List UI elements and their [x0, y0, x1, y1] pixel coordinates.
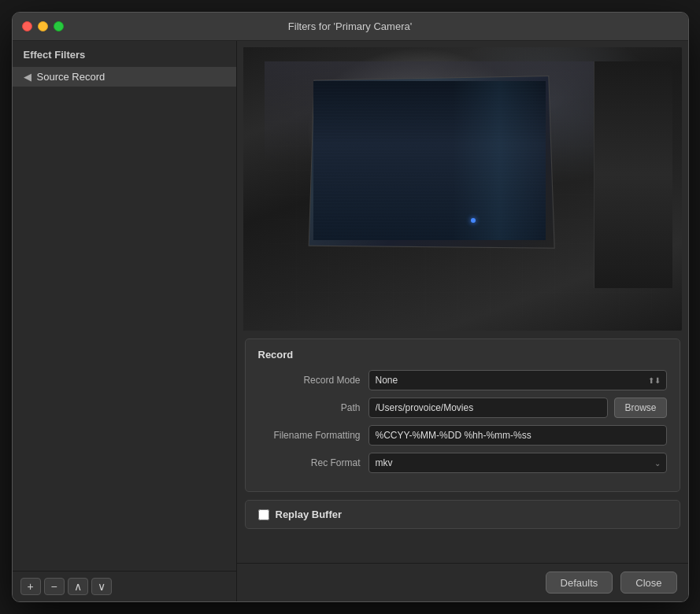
replay-buffer-checkbox[interactable] [258, 509, 269, 520]
eye-icon: ◀ [24, 71, 31, 83]
settings-panel: Record Record Mode None Standard Custom … [237, 331, 688, 563]
rec-format-row: Rec Format mkv mp4 mov flv ts m3u8 ⌄ [258, 453, 667, 473]
replay-buffer-label: Replay Buffer [276, 509, 343, 520]
title-bar: Filters for 'Primary Camera' [13, 13, 688, 41]
sidebar-item-label: Source Record [37, 71, 106, 83]
maximize-traffic-light[interactable] [54, 21, 64, 31]
chevron-up-icon: ∧ [74, 580, 82, 593]
main-area: Record Record Mode None Standard Custom … [237, 41, 688, 601]
path-row: Path Browse [258, 398, 667, 418]
preview-canvas [243, 47, 682, 331]
minimize-traffic-light[interactable] [38, 21, 48, 31]
sidebar: Effect Filters ◀ Source Record + − ∧ ∨ [13, 41, 237, 601]
move-up-button[interactable]: ∧ [68, 578, 88, 595]
sidebar-item-source-record[interactable]: ◀ Source Record [13, 67, 236, 87]
filename-formatting-label: Filename Formatting [258, 430, 361, 441]
record-mode-select-wrapper: None Standard Custom FFmpeg Output ⬆⬇ [369, 370, 667, 390]
window-footer: Defaults Close [237, 563, 688, 601]
move-down-button[interactable]: ∨ [91, 578, 112, 595]
preview-area [243, 47, 682, 331]
sidebar-header: Effect Filters [13, 41, 236, 67]
record-mode-select[interactable]: None Standard Custom FFmpeg Output [369, 370, 667, 390]
add-filter-button[interactable]: + [20, 578, 41, 595]
record-mode-label: Record Mode [258, 375, 361, 386]
main-window: Filters for 'Primary Camera' Effect Filt… [12, 12, 689, 602]
add-icon: + [27, 580, 33, 593]
browse-button[interactable]: Browse [614, 398, 666, 418]
monitor-screen [313, 81, 546, 240]
replay-buffer-group: Replay Buffer [245, 500, 680, 529]
right-panel [594, 61, 672, 288]
filename-formatting-row: Filename Formatting [258, 425, 667, 446]
rec-format-select[interactable]: mkv mp4 mov flv ts m3u8 [369, 453, 667, 473]
rec-format-label: Rec Format [258, 457, 361, 468]
window-title: Filters for 'Primary Camera' [288, 20, 412, 32]
window-body: Effect Filters ◀ Source Record + − ∧ ∨ [13, 41, 688, 601]
path-label: Path [258, 402, 361, 413]
defaults-button[interactable]: Defaults [546, 571, 613, 594]
preview-image [243, 47, 682, 331]
record-group-title: Record [258, 349, 667, 361]
chevron-down-icon: ∨ [98, 580, 106, 593]
close-traffic-light[interactable] [22, 21, 32, 31]
record-group: Record Record Mode None Standard Custom … [245, 338, 680, 492]
record-mode-row: Record Mode None Standard Custom FFmpeg … [258, 370, 667, 390]
rec-format-select-wrapper: mkv mp4 mov flv ts m3u8 ⌄ [369, 453, 667, 473]
sidebar-footer: + − ∧ ∨ [13, 571, 236, 601]
minus-icon: − [50, 580, 57, 593]
traffic-lights [22, 21, 64, 31]
remove-filter-button[interactable]: − [44, 578, 65, 595]
path-input[interactable] [369, 398, 609, 418]
path-input-group: Browse [369, 398, 667, 418]
filename-formatting-input[interactable] [369, 425, 667, 446]
sidebar-spacer [13, 87, 236, 571]
close-button[interactable]: Close [620, 571, 676, 594]
